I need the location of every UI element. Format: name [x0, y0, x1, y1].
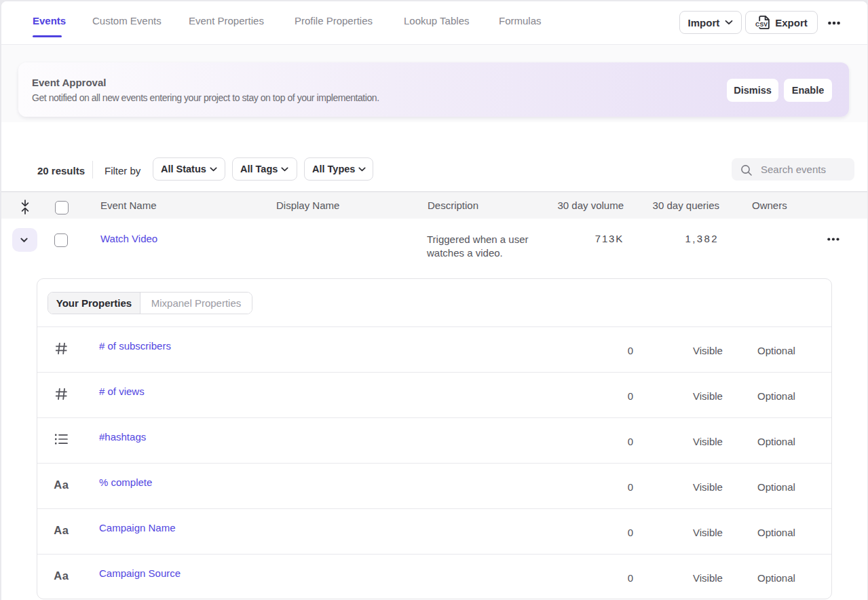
svg-text:CSV: CSV [755, 21, 768, 28]
